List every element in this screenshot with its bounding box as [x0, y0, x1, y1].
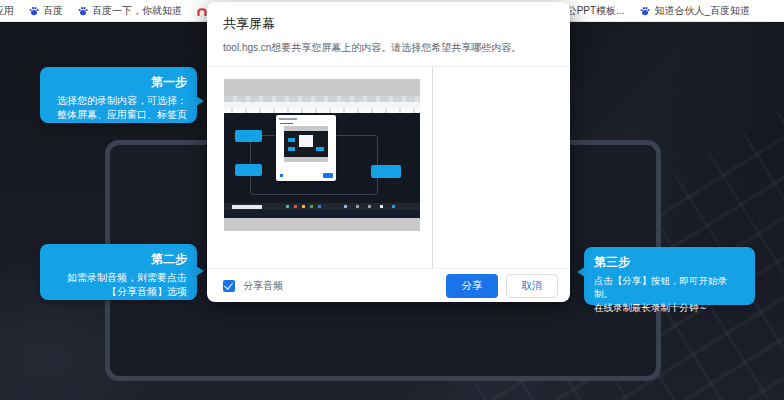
mini-taskbar-icon	[286, 205, 289, 208]
callout-line: 整体屏幕、应用窗口、标签页	[50, 108, 187, 122]
mini-dot	[288, 147, 295, 151]
share-audio-label: 分享音频	[243, 279, 283, 293]
mini-taskbar-icon	[294, 205, 297, 208]
mini-taskbar-icon	[356, 205, 359, 208]
baidu-paw-icon	[78, 6, 88, 16]
cancel-button[interactable]: 取消	[506, 274, 558, 298]
mini-thumbnail	[284, 126, 328, 162]
callout-line: 如需录制音频，则需要点击	[50, 271, 187, 285]
bookmark-label: 知道合伙人_百度知道	[654, 4, 750, 18]
mini-thumbnail-shot	[284, 131, 328, 157]
bookmark-baidu-search[interactable]: 百度一下，你就知道	[78, 4, 182, 18]
callout-line: 选择您的录制内容，可选择：	[50, 94, 187, 108]
callout-step-3: 第三步 点击【分享】按钮，即可开始录制。 在线录制最长录制十分钟～	[584, 247, 755, 305]
share-screen-dialog: 共享屏幕 tool.hgs.cn想要共享您屏幕上的内容。请选择您希望共享哪些内容…	[207, 2, 570, 302]
callout-step-1: 第一步 选择您的录制内容，可选择： 整体屏幕、应用窗口、标签页	[40, 67, 197, 123]
mini-taskbar	[224, 203, 420, 210]
mini-taskbar-icon	[392, 205, 395, 208]
callout-title: 第三步	[594, 254, 745, 271]
share-button[interactable]: 分享	[446, 274, 498, 298]
mini-dialog-title	[279, 118, 297, 120]
mini-taskbar-icon	[302, 205, 305, 208]
callout-title: 第一步	[50, 74, 187, 91]
share-audio-checkbox[interactable]	[223, 280, 235, 292]
callout-title: 第二步	[50, 251, 187, 268]
mini-bottom-strip	[224, 210, 420, 218]
mini-checkbox	[280, 174, 283, 177]
mini-taskbar-icon	[380, 205, 383, 208]
screen: 应用 百度 百度一下，你就知道 PDF转换器	[0, 0, 784, 400]
callout-line: 在线录制最长录制十分钟～	[594, 301, 745, 314]
mini-share-button	[323, 173, 333, 178]
footer-buttons: 分享 取消	[446, 274, 558, 298]
mini-mini-dialog	[299, 135, 313, 147]
bookmark-label: 应用	[0, 4, 14, 18]
dialog-subtitle: tool.hgs.cn想要共享您屏幕上的内容。请选择您希望共享哪些内容。	[223, 41, 554, 55]
mini-dot	[288, 138, 295, 142]
thumbnail-screenshot	[224, 96, 420, 218]
mini-dot	[316, 147, 324, 151]
callout-line: 【分享音频】选项	[50, 285, 187, 299]
callout-step-2: 第二步 如需录制音频，则需要点击 【分享音频】选项	[40, 244, 197, 300]
mini-dialog-tab	[280, 123, 293, 124]
bookmark-label: 百度	[43, 4, 63, 18]
mini-taskbar-icon	[344, 205, 347, 208]
baidu-paw-icon	[29, 6, 39, 16]
pdf-converter-icon	[197, 6, 207, 16]
mini-share-dialog	[276, 115, 336, 181]
mini-page	[224, 113, 420, 203]
mini-taskbar-icon	[310, 205, 313, 208]
screen-preview-thumbnail[interactable]	[224, 79, 420, 231]
mini-callout-2	[235, 164, 262, 176]
mini-taskbar-icon	[368, 205, 371, 208]
callout-line: 点击【分享】按钮，即可开始录制。	[594, 274, 745, 301]
mini-callout-1	[235, 130, 262, 142]
bookmark-baidu[interactable]: 百度	[29, 4, 63, 18]
bookmark-label: 百度一下，你就知道	[92, 4, 182, 18]
baidu-paw-icon	[640, 6, 650, 16]
bookmark-apps[interactable]: 应用	[0, 4, 14, 18]
mini-taskbar-search	[232, 205, 262, 209]
dialog-footer: 分享音频 分享 取消	[207, 268, 570, 302]
content-divider	[432, 67, 433, 268]
mini-taskbar-icon	[318, 205, 321, 208]
bookmark-zhidao[interactable]: 知道合伙人_百度知道	[640, 4, 750, 18]
dialog-content	[207, 66, 570, 268]
mini-callout-3	[371, 165, 401, 178]
dialog-title: 共享屏幕	[223, 15, 554, 33]
